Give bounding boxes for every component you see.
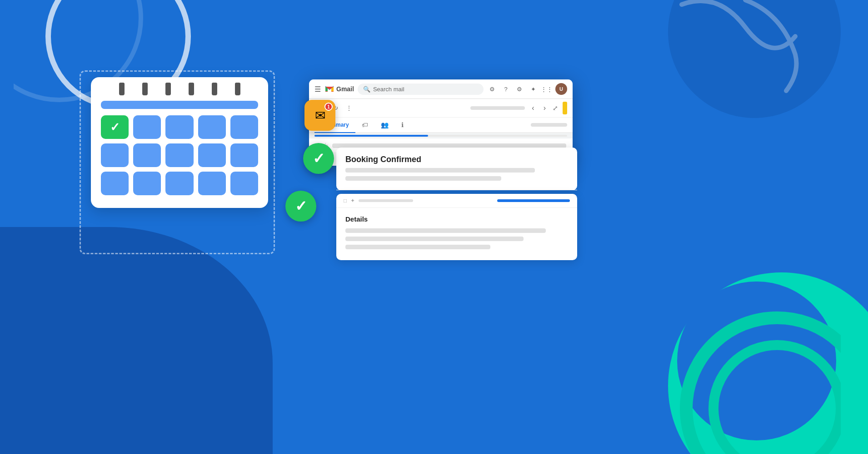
calendar-header-bar [101, 101, 258, 109]
bg-blob-bottom-left [0, 227, 273, 454]
search-icon: 🔍 [363, 86, 370, 93]
details-card: □ ✦ Details [336, 194, 577, 260]
details-toolbar-placeholder [359, 199, 413, 202]
bg-blob-top-right [668, 0, 841, 118]
settings-icon[interactable]: ⚙ [514, 84, 524, 94]
cal-cell [101, 143, 129, 167]
calendar-card: ✓ [91, 77, 268, 208]
teal-arcs [650, 281, 841, 454]
tab-social[interactable]: 👥 [374, 118, 395, 133]
tab-promotions[interactable]: 🏷 [355, 118, 374, 133]
expand-view-btn[interactable]: ⤢ [553, 104, 558, 112]
ring-3 [165, 83, 171, 95]
browser-action-icons: ⚙ ? ⚙ ✦ ⋮⋮ U [487, 83, 567, 95]
details-title: Details [345, 215, 568, 223]
cal-cell [133, 172, 161, 195]
progress-fill [314, 135, 428, 137]
more-options-btn[interactable]: ⋮ [344, 104, 354, 112]
gmail-label: Gmail [336, 85, 354, 93]
cal-cell [198, 172, 226, 195]
ring-1 [119, 83, 125, 95]
booking-confirmed-card: Booking Confirmed [336, 148, 577, 190]
cal-cell [101, 172, 129, 195]
check-icon: ✓ [313, 150, 325, 167]
cal-cell [165, 172, 193, 195]
magic-icon[interactable]: ✦ [528, 84, 538, 94]
more-icon: ⋮ [346, 105, 352, 111]
details-text-line-1 [345, 228, 546, 233]
cal-cell [133, 115, 161, 139]
progress-indicator-row [314, 135, 567, 137]
filter-icon[interactable]: ⚙ [487, 84, 497, 94]
ring-2 [142, 83, 148, 95]
email-content-panel: Booking Confirmed □ ✦ Details [336, 148, 577, 264]
next-page-btn[interactable]: › [541, 103, 548, 113]
cal-cell [230, 115, 258, 139]
ring-6 [235, 83, 240, 95]
details-toolbar-checkbox: □ [344, 197, 347, 204]
gmail-m-icon [324, 84, 334, 94]
yellow-strip-indicator [563, 102, 567, 114]
email-notification-badge: ✉ 1 [304, 100, 335, 131]
calendar-rings [101, 87, 258, 95]
calendar-grid: ✓ [101, 115, 258, 195]
cal-cell-checked: ✓ [101, 115, 129, 139]
notification-count-badge: 1 [324, 103, 333, 111]
apps-icon[interactable]: ⋮⋮ [542, 84, 552, 94]
green-check-badge-calendar: ✓ [285, 191, 316, 222]
details-card-toolbar: □ ✦ [336, 194, 577, 208]
help-icon[interactable]: ? [501, 84, 511, 94]
details-card-body: Details [336, 208, 577, 260]
tab-updates[interactable]: ℹ [395, 118, 410, 133]
check-icon: ✓ [110, 120, 120, 134]
details-toolbar-star: ✦ [350, 197, 355, 204]
green-check-badge-email: ✓ [303, 143, 334, 174]
booking-confirmed-title: Booking Confirmed [345, 155, 568, 164]
gmail-tabs-bar: ✉ Primary 🏷 👥 ℹ [309, 118, 573, 133]
browser-chrome-bar: ☰ Gmail 🔍 Search mail ⚙ [309, 79, 573, 99]
toolbar-placeholder-1 [470, 106, 525, 110]
cal-cell [165, 115, 193, 139]
cal-cell [198, 143, 226, 167]
booking-card-header: Booking Confirmed [336, 148, 577, 190]
people-tab-icon: 👥 [381, 121, 389, 128]
email-row-text [332, 143, 566, 148]
hamburger-menu-icon[interactable]: ☰ [314, 85, 321, 94]
details-text-line-3 [345, 245, 490, 249]
check-icon: ✓ [295, 197, 307, 215]
info-tab-icon: ℹ [401, 121, 404, 128]
gmail-toolbar: □ ▼ ↻ ⋮ ‹ › ⤢ [309, 99, 573, 118]
cal-cell [230, 172, 258, 195]
calendar-widget: ✓ [91, 77, 268, 208]
prev-page-btn[interactable]: ‹ [529, 103, 536, 113]
details-text-line-2 [345, 237, 524, 241]
cal-cell [198, 115, 226, 139]
cal-cell [230, 143, 258, 167]
search-placeholder-text: Search mail [373, 86, 404, 93]
booking-text-line-2 [345, 176, 501, 181]
gmail-logo: Gmail [324, 84, 354, 94]
details-toolbar-progress [497, 199, 570, 202]
cal-cell [133, 143, 161, 167]
svg-point-0 [686, 318, 841, 454]
cal-cell [165, 143, 193, 167]
tag-tab-icon: 🏷 [362, 121, 368, 128]
svg-point-1 [713, 345, 841, 454]
envelope-icon: ✉ [315, 108, 325, 123]
ring-5 [212, 83, 217, 95]
booking-text-line-1 [345, 168, 535, 173]
ring-4 [189, 83, 194, 95]
user-avatar[interactable]: U [555, 83, 567, 95]
tab-placeholder [531, 123, 567, 127]
gmail-search-bar[interactable]: 🔍 Search mail [358, 84, 484, 95]
